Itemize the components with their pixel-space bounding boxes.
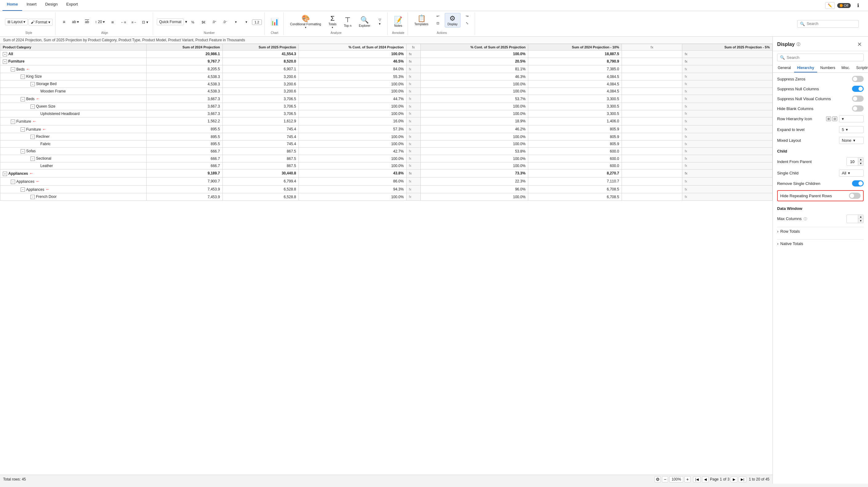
layout-dropdown[interactable]: ⊞ Layout ▾: [5, 19, 28, 25]
conditional-formatting-btn[interactable]: 🎨 Conditional Formatting ▾: [287, 13, 324, 30]
notes-btn[interactable]: 📝 Notes: [391, 15, 405, 29]
last-page-btn[interactable]: ▶|: [739, 477, 746, 482]
filter-btn[interactable]: ▽ ▾: [375, 17, 385, 27]
hide-blank-cols-toggle[interactable]: [852, 106, 864, 112]
templates-btn[interactable]: 📋 Templates: [411, 13, 431, 27]
zoom-controls: ⚙ − 100% +: [655, 476, 690, 482]
topn-btn[interactable]: ⊤ Top n: [341, 15, 354, 29]
tab-insert[interactable]: Insert: [22, 0, 41, 11]
separator-btn[interactable]: ▾: [242, 19, 251, 25]
row-value: fx: [406, 73, 421, 81]
tab-hierarchy[interactable]: Hierarchy: [794, 64, 817, 73]
row-hierarchy-icon-controls: ⊞ ⊟ ▾: [826, 115, 864, 122]
hide-blank-cols-label: Hide Blank Columns: [777, 106, 813, 111]
tab-design[interactable]: Design: [41, 0, 62, 11]
panel-close-btn[interactable]: ✕: [856, 40, 864, 48]
expand-icon[interactable]: −: [21, 149, 25, 153]
row-value: [622, 81, 682, 88]
zoom-out-btn[interactable]: −: [662, 476, 668, 482]
expand-icon[interactable]: −: [11, 120, 15, 124]
row-value: fx: [682, 133, 773, 141]
native-totals-section[interactable]: › Native Totals: [777, 239, 864, 248]
hier-icon-minus[interactable]: ⊟: [832, 116, 837, 121]
max-columns-down-btn[interactable]: ▼: [858, 219, 863, 223]
suppress-zeros-toggle[interactable]: [852, 76, 864, 82]
expand-level-dropdown[interactable]: 5 ▾: [839, 126, 864, 133]
suppress-null-visual-toggle[interactable]: [852, 95, 864, 102]
expand-icon[interactable]: −: [30, 105, 35, 109]
row-value: 4,538.3: [146, 81, 222, 88]
indent-value[interactable]: 10: [847, 159, 858, 165]
indent-left-btn[interactable]: ←≡: [118, 19, 128, 25]
max-columns-up-btn[interactable]: ▲: [858, 215, 863, 219]
next-page-btn[interactable]: ▶: [731, 477, 737, 482]
decimal-btn[interactable]: ▾: [231, 19, 241, 25]
expand-icon[interactable]: −: [21, 127, 25, 132]
ribbon-search-input[interactable]: [807, 22, 856, 26]
border-btn[interactable]: ⊡ ▾: [140, 19, 150, 26]
hide-repeating-rows-toggle[interactable]: [849, 193, 861, 199]
redo-btn[interactable]: ↪: [462, 13, 472, 20]
single-child-dropdown[interactable]: All ▾: [839, 170, 864, 177]
expand-icon[interactable]: −: [11, 180, 15, 184]
fit-btn[interactable]: ⊡: [433, 20, 443, 27]
zoom-in-btn[interactable]: +: [684, 476, 690, 482]
explorer-btn[interactable]: 🔍 Explorer: [356, 15, 373, 29]
tab-misc[interactable]: Misc.: [838, 64, 853, 73]
tab-general[interactable]: General: [775, 64, 794, 73]
decrease-decimal-btn[interactable]: .0⁻: [220, 19, 230, 25]
text-style-ab2[interactable]: ab: [82, 19, 92, 25]
mixed-layout-dropdown[interactable]: None ▾: [839, 137, 864, 144]
format-dropdown[interactable]: 🖌 Format ▾: [28, 19, 52, 26]
edit-mode-button[interactable]: ✏️: [825, 2, 835, 9]
maximize-btn[interactable]: ⤡: [462, 20, 472, 27]
tab-numbers[interactable]: Numbers: [817, 64, 838, 73]
quick-format-dropdown[interactable]: Quick Format: [157, 19, 184, 25]
settings-btn[interactable]: ⚙: [655, 476, 661, 482]
toggle-off-button[interactable]: Off: [837, 3, 851, 8]
indent-down-btn[interactable]: ▼: [858, 162, 863, 166]
align-center-btn[interactable]: ≡: [107, 19, 117, 26]
expand-icon[interactable]: −: [11, 67, 15, 71]
suppress-null-cols-toggle[interactable]: [852, 86, 864, 92]
tab-home[interactable]: Home: [2, 0, 22, 11]
expand-icon[interactable]: −: [3, 52, 7, 56]
increase-decimal-btn[interactable]: .0⁺: [210, 19, 219, 25]
row-value: 46.5%: [299, 58, 406, 65]
expand-icon[interactable]: −: [30, 156, 35, 161]
expand-icon[interactable]: −: [30, 135, 35, 139]
percent-btn[interactable]: %: [188, 19, 198, 25]
notes-icon: 📝: [394, 16, 402, 24]
expand-icon[interactable]: −: [21, 188, 25, 192]
expand-icon[interactable]: −: [3, 172, 7, 176]
hier-icon-dropdown[interactable]: ▾: [839, 115, 864, 122]
info-button[interactable]: ℹ: [853, 1, 863, 9]
table-wrapper[interactable]: Product Category Sum of 2024 Projection …: [0, 44, 773, 475]
expand-icon[interactable]: −: [3, 59, 7, 64]
expand-icon[interactable]: −: [21, 97, 25, 102]
panel-search-input[interactable]: [787, 55, 861, 60]
text-style-ab1[interactable]: ab ▾: [70, 19, 81, 25]
indent-up-btn[interactable]: ▲: [858, 157, 863, 162]
expand-icon[interactable]: −: [30, 82, 35, 86]
prev-page-btn[interactable]: ◀: [702, 477, 709, 482]
hier-icon-plus[interactable]: ⊞: [826, 116, 831, 121]
row-totals-section[interactable]: › Row Totals: [777, 227, 864, 235]
expand-icon[interactable]: −: [30, 195, 35, 199]
totals-btn[interactable]: Σ Totals ▾: [326, 13, 339, 30]
align-left-btn[interactable]: ≡: [59, 18, 69, 26]
undo-btn[interactable]: ↩: [433, 13, 443, 20]
indent-right-btn[interactable]: ≡→: [129, 19, 139, 25]
display-btn[interactable]: ⚙ Display: [445, 13, 461, 27]
chart-btn[interactable]: 📊: [268, 17, 281, 27]
expand-icon[interactable]: −: [21, 75, 25, 79]
tab-scripting[interactable]: Scripting: [853, 64, 868, 73]
remove-single-children-toggle[interactable]: [852, 180, 864, 187]
max-columns-value[interactable]: 15: [847, 216, 858, 222]
currency-btn[interactable]: $€: [199, 19, 209, 25]
tab-export[interactable]: Export: [62, 0, 82, 11]
decimal-places-btn[interactable]: 1.2: [252, 20, 262, 25]
row-value: [622, 125, 682, 133]
first-page-btn[interactable]: |◀: [693, 477, 701, 482]
line-height-btn[interactable]: ↕ 20 ▾: [93, 19, 107, 25]
